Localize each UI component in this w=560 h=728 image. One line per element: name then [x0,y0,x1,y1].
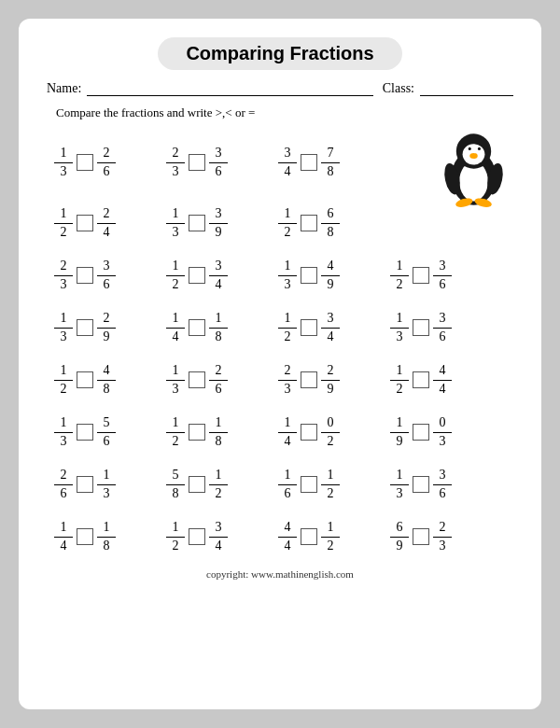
fraction-pair: 1356 [47,415,159,450]
left-fraction: 12 [166,259,185,293]
compare-box[interactable] [301,528,317,545]
instruction-text: Compare the fractions and write >,< or = [56,105,513,120]
compare-box[interactable] [301,371,317,388]
compare-box[interactable] [413,267,429,284]
left-fraction: 12 [390,363,409,398]
left-fraction: 13 [166,363,185,398]
fraction-pair: 1612 [271,468,383,502]
left-fraction: 13 [54,146,73,180]
right-fraction: 18 [97,520,116,554]
compare-box[interactable] [189,154,205,171]
compare-box[interactable] [301,267,317,284]
compare-box[interactable] [301,476,317,493]
right-fraction: 26 [97,146,116,180]
right-fraction: 13 [97,468,116,502]
compare-box[interactable] [77,371,93,388]
left-fraction: 14 [278,415,297,450]
left-fraction: 12 [278,311,297,345]
fraction-row: 2336123413491236 [47,251,513,300]
left-fraction: 34 [278,146,297,180]
fraction-row: 1329141812341336 [47,303,513,352]
left-fraction: 13 [390,468,409,502]
svg-point-7 [478,147,481,150]
left-fraction: 12 [166,415,185,450]
fraction-pair: 1349 [271,259,383,293]
compare-box[interactable] [189,267,205,284]
fraction-pair: 1418 [47,520,159,554]
left-fraction: 58 [166,468,185,502]
left-fraction: 12 [54,363,73,398]
left-fraction: 44 [278,520,297,554]
compare-box[interactable] [189,319,205,336]
fraction-pair: 1326 [47,146,159,180]
class-underline[interactable] [420,81,513,96]
name-label: Name: [47,81,81,96]
right-fraction: 02 [321,415,340,450]
right-fraction: 36 [433,468,452,502]
fraction-pair: 1218 [159,415,271,450]
right-fraction: 56 [97,415,116,450]
fraction-row: 1248132623291244 [47,356,513,404]
right-fraction: 12 [321,520,340,554]
fraction-pair: 5812 [159,468,271,502]
compare-box[interactable] [301,424,317,441]
fraction-row: 1418123444126923 [47,512,513,561]
compare-box[interactable] [413,424,429,441]
fraction-pair: 6923 [383,520,495,554]
left-fraction: 12 [278,206,297,241]
left-fraction: 13 [278,259,297,293]
compare-box[interactable] [77,424,93,441]
right-fraction: 24 [97,206,116,241]
compare-box[interactable] [413,476,429,493]
right-fraction: 44 [433,363,452,398]
left-fraction: 23 [166,146,185,180]
fraction-row: 132623363478 [47,130,513,195]
compare-box[interactable] [77,154,93,171]
right-fraction: 36 [433,311,452,345]
worksheet-page: Comparing Fractions Name: Class: Compare… [19,19,541,709]
name-class-row: Name: Class: [47,81,513,96]
fraction-pair: 1268 [271,206,383,241]
compare-box[interactable] [77,319,93,336]
left-fraction: 13 [54,311,73,345]
fraction-pair: 1903 [383,415,495,450]
compare-box[interactable] [77,215,93,231]
fraction-pair: 2613 [47,468,159,502]
right-fraction: 23 [433,520,452,554]
right-fraction: 36 [97,259,116,293]
fraction-pair: 1244 [383,363,495,398]
compare-box[interactable] [413,371,429,388]
right-fraction: 68 [321,206,340,241]
compare-box[interactable] [77,528,93,545]
right-fraction: 26 [209,363,228,398]
left-fraction: 23 [54,259,73,293]
class-label: Class: [383,81,414,96]
right-fraction: 34 [209,259,228,293]
fraction-pair: 1234 [159,259,271,293]
compare-box[interactable] [189,371,205,388]
compare-box[interactable] [413,528,429,545]
name-underline[interactable] [87,81,372,96]
compare-box[interactable] [189,476,205,493]
right-fraction: 34 [209,520,228,554]
fraction-pair: 1248 [47,363,159,398]
compare-box[interactable] [301,154,317,171]
compare-box[interactable] [77,476,93,493]
fraction-pair: 1236 [383,259,495,293]
compare-box[interactable] [189,424,205,441]
compare-box[interactable] [77,267,93,284]
compare-box[interactable] [189,215,205,231]
compare-box[interactable] [189,528,205,545]
compare-box[interactable] [301,319,317,336]
left-fraction: 13 [390,311,409,345]
left-fraction: 14 [54,520,73,554]
compare-box[interactable] [301,215,317,231]
fraction-pair: 1336 [383,311,495,345]
right-fraction: 12 [209,468,228,502]
compare-box[interactable] [413,319,429,336]
left-fraction: 13 [166,206,185,241]
right-fraction: 03 [433,415,452,450]
right-fraction: 36 [433,259,452,293]
fraction-pair: 3478 [271,146,383,180]
right-fraction: 29 [97,311,116,345]
